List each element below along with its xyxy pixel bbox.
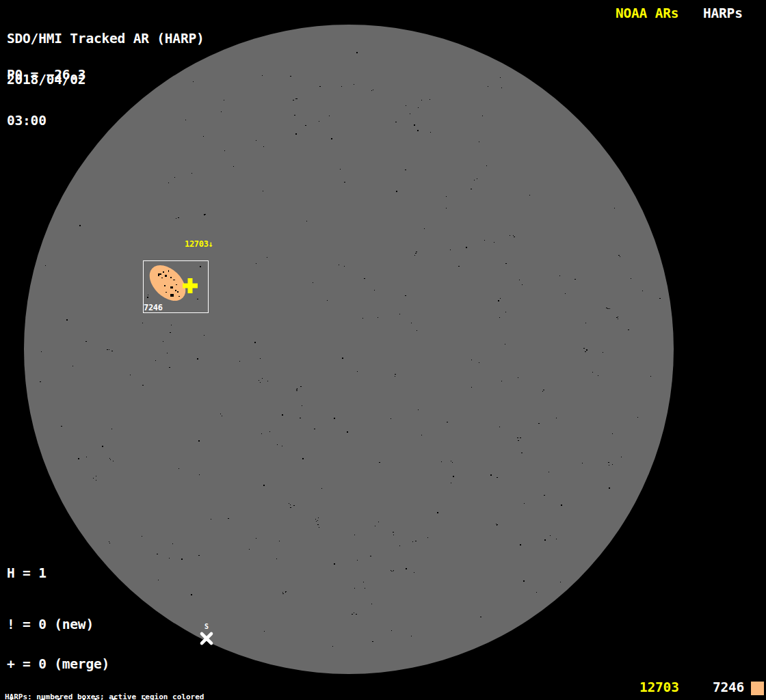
footer-harps-note: HARPs: numbered boxes; active region col…	[5, 694, 267, 700]
harp-count-label: H = 1	[7, 567, 47, 580]
south-pole-label: S	[204, 623, 209, 630]
hmi-harp-tracking-plot: SDO/HMI Tracked AR (HARP) 2018/04/02 03:…	[0, 0, 766, 700]
legend-harps-label: HARPs	[703, 7, 743, 21]
p0-angle-label: P0 = −26.3	[7, 68, 85, 82]
footer-noaa-id: 12703	[639, 681, 679, 695]
noaa-ar-cross	[188, 278, 193, 293]
counter-line-merge: + = 0 (merge)	[7, 658, 157, 671]
active-region-color-swatch	[751, 682, 764, 695]
footer-harp-id: 7246	[713, 681, 744, 695]
counter-line-new: ! = 0 (new)	[7, 618, 157, 631]
app-title: SDO/HMI Tracked AR (HARP)	[7, 32, 204, 46]
footer-notes: HARPs: numbered boxes; active region col…	[5, 679, 267, 700]
time-label: 03:00	[7, 114, 204, 128]
legend-noaa-ars-label: NOAA ARs	[616, 7, 678, 21]
harp-id-label: 7246	[144, 304, 163, 312]
noaa-ar-pointer-label: 12703↓	[185, 240, 213, 248]
